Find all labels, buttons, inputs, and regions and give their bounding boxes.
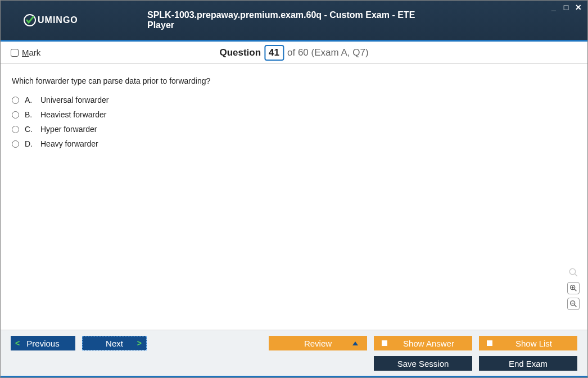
window-controls: _ □ ✕ [549,3,583,12]
next-label: Next [106,339,123,348]
mark-checkbox-wrap[interactable]: Mark [11,48,40,57]
radio-icon[interactable] [12,126,19,133]
zoom-out-icon[interactable] [567,298,580,310]
title-bar: UMINGO SPLK-1003.prepaway.premium.exam.6… [1,1,587,40]
svg-line-8 [574,304,576,307]
mark-label: Mark [22,48,40,57]
radio-icon[interactable] [12,111,19,119]
show-answer-button[interactable]: Show Answer [374,336,472,350]
app-title: SPLK-1003.prepaway.premium.exam.60q - Cu… [147,10,441,30]
triangle-up-icon [352,341,358,345]
show-answer-label: Show Answer [403,339,454,348]
question-of-text: of 60 (Exam A, Q7) [287,47,369,58]
end-exam-button[interactable]: End Exam [479,356,577,371]
previous-button[interactable]: < Previous [11,336,75,350]
question-number: 41 [264,45,284,61]
show-list-label: Show List [515,339,552,348]
option-a[interactable]: A. Universal forwarder [12,95,576,104]
question-text: Which forwarder type can parse data prio… [12,76,576,85]
show-list-button[interactable]: Show List [479,336,577,350]
minimize-icon[interactable]: _ [549,3,558,12]
option-letter: A. [25,95,35,104]
svg-line-4 [574,289,576,291]
option-letter: D. [25,139,35,148]
zoom-tools [567,266,580,310]
option-letter: C. [25,125,35,134]
option-text: Universal forwarder [40,95,108,104]
info-bar: Mark Question 41 of 60 (Exam A, Q7) [1,42,587,64]
save-session-button[interactable]: Save Session [374,356,472,371]
review-label: Review [304,339,332,348]
option-text: Heaviest forwarder [40,110,107,119]
logo: UMINGO [23,13,78,27]
option-d[interactable]: D. Heavy forwarder [12,139,576,148]
options-list: A. Universal forwarder B. Heaviest forwa… [12,95,576,148]
logo-text: UMINGO [38,15,78,25]
option-text: Heavy forwarder [40,139,98,148]
question-word: Question [219,47,261,58]
question-info: Question 41 of 60 (Exam A, Q7) [219,45,368,61]
stop-icon [382,340,387,346]
radio-icon[interactable] [12,97,19,104]
option-text: Hyper forwarder [40,125,97,134]
option-c[interactable]: C. Hyper forwarder [12,125,576,134]
review-button[interactable]: Review [269,336,367,350]
close-icon[interactable]: ✕ [574,3,583,12]
stop-icon [487,340,492,346]
bottom-separator [1,376,587,377]
logo-check-icon [23,13,37,27]
zoom-in-icon[interactable] [567,282,580,294]
option-letter: B. [25,110,35,119]
svg-line-2 [575,274,577,276]
mark-checkbox[interactable] [11,49,19,57]
end-exam-label: End Exam [509,359,548,368]
svg-point-1 [569,268,576,275]
save-session-label: Save Session [397,359,449,368]
footer: < Previous Next > Review Show Answer Sho… [1,330,587,377]
radio-icon[interactable] [12,140,19,148]
next-button[interactable]: Next > [82,336,147,350]
content-area: Which forwarder type can parse data prio… [1,64,587,317]
chevron-left-icon: < [15,339,20,348]
option-b[interactable]: B. Heaviest forwarder [12,110,576,119]
search-icon[interactable] [567,266,580,279]
chevron-right-icon: > [137,339,142,348]
maximize-icon[interactable]: □ [562,3,571,12]
previous-label: Previous [26,339,59,348]
